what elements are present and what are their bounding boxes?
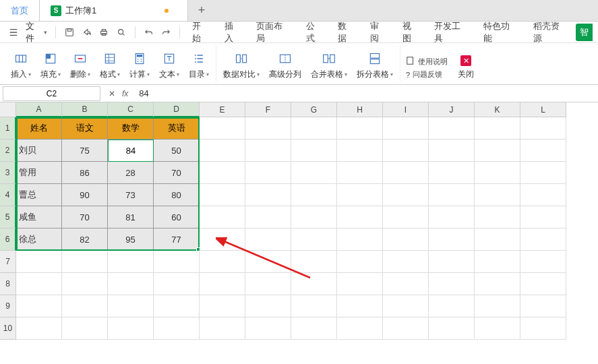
cell[interactable]: 数学 [108,117,154,140]
cell[interactable] [245,251,291,273]
cell[interactable] [429,295,475,317]
cell[interactable] [245,229,291,251]
cell[interactable]: 咸鱼 [16,206,62,229]
column-header[interactable]: I [383,102,429,117]
cell[interactable]: 77 [154,229,200,251]
cell[interactable] [383,140,429,162]
ribbon-split-button[interactable]: 拆分表格▾ [354,50,396,82]
cell[interactable] [200,162,245,184]
cell[interactable] [291,251,337,273]
cell[interactable] [337,273,383,295]
cell[interactable] [337,251,383,273]
cell[interactable]: 90 [62,184,108,206]
undo-icon[interactable] [141,24,157,40]
cell[interactable] [200,140,245,162]
cell[interactable] [154,295,200,317]
cell[interactable] [429,229,475,251]
cell[interactable] [291,140,337,162]
redo-icon[interactable] [158,24,174,40]
print-icon[interactable] [96,24,112,40]
cell[interactable]: 管用 [16,162,62,184]
hamburger-icon[interactable] [5,24,22,40]
cell[interactable] [62,295,108,317]
cell[interactable] [429,162,475,184]
cell[interactable]: 50 [154,140,200,162]
tab-workbook[interactable]: S 工作簿1 [40,0,188,21]
cell[interactable] [337,117,383,140]
column-header[interactable]: G [291,102,337,117]
cell[interactable] [16,295,62,317]
cell[interactable] [245,184,291,206]
cell[interactable] [62,273,108,295]
ribbon-feedback-button[interactable]: ? 问题反馈 [405,69,449,80]
ribbon-fill-button[interactable]: 填充▾ [38,50,63,82]
cell[interactable] [245,295,291,317]
cell[interactable] [383,117,429,140]
cell[interactable]: 70 [62,206,108,229]
row-header[interactable]: 1 [0,117,16,140]
cell[interactable] [16,251,62,273]
menu-start[interactable]: 开始 [185,18,216,47]
cell[interactable] [520,184,566,206]
column-header[interactable]: E [200,102,245,117]
cell[interactable] [520,229,566,251]
cell[interactable] [291,295,337,317]
cell[interactable] [475,184,520,206]
cell[interactable] [383,162,429,184]
ribbon-advsplit-button[interactable]: 高级分列 [266,50,304,82]
cell[interactable] [429,273,475,295]
cell[interactable] [245,162,291,184]
menu-data[interactable]: 数据 [331,18,362,47]
cell[interactable] [200,117,245,140]
cell[interactable] [475,140,520,162]
formula-input[interactable] [133,88,598,98]
cell[interactable] [429,251,475,273]
row-header[interactable]: 7 [0,251,16,273]
cell[interactable]: 60 [154,206,200,229]
cell[interactable]: 70 [154,162,200,184]
cell[interactable] [291,117,337,140]
cell[interactable] [291,206,337,229]
menu-view[interactable]: 视图 [396,18,427,47]
menu-review[interactable]: 审阅 [363,18,394,47]
cell[interactable]: 28 [108,162,154,184]
cell[interactable] [475,251,520,273]
column-header[interactable]: D [154,102,200,117]
cell[interactable]: 曹总 [16,184,62,206]
fx-icon[interactable]: fx [122,89,128,98]
cell[interactable] [520,117,566,140]
cell[interactable] [245,317,291,340]
cell[interactable] [475,162,520,184]
cell[interactable]: 84 [108,140,154,162]
ribbon-help-button[interactable]: 使用说明 [405,55,449,67]
column-header[interactable]: A [16,102,62,117]
cell[interactable] [200,206,245,229]
cell[interactable] [16,273,62,295]
cell[interactable]: 73 [108,184,154,206]
cell[interactable] [245,117,291,140]
cell[interactable] [200,251,245,273]
row-header[interactable]: 9 [0,295,16,317]
cell[interactable] [245,206,291,229]
cell[interactable]: 徐总 [16,229,62,251]
cell[interactable]: 82 [62,229,108,251]
file-menu[interactable]: 文件 ▾ [23,20,51,44]
column-header[interactable]: L [520,102,566,117]
menu-formula[interactable]: 公式 [299,18,330,47]
ribbon-merge-button[interactable]: 合并表格▾ [308,50,350,82]
cell[interactable] [475,273,520,295]
ribbon-insert-button[interactable]: 插入▾ [8,50,34,82]
cancel-icon[interactable]: ✕ [109,89,115,98]
cell[interactable] [383,251,429,273]
cell[interactable]: 95 [108,229,154,251]
cell[interactable] [62,317,108,340]
row-header[interactable]: 3 [0,162,16,184]
cell[interactable] [245,273,291,295]
tab-home[interactable]: 首页 [0,0,40,21]
smart-badge[interactable]: 智 [576,24,593,41]
column-header[interactable]: F [245,102,291,117]
cell[interactable] [520,251,566,273]
cell[interactable] [475,295,520,317]
ribbon-toc-button[interactable]: 目录▾ [186,50,212,82]
cell[interactable]: 语文 [62,117,108,140]
